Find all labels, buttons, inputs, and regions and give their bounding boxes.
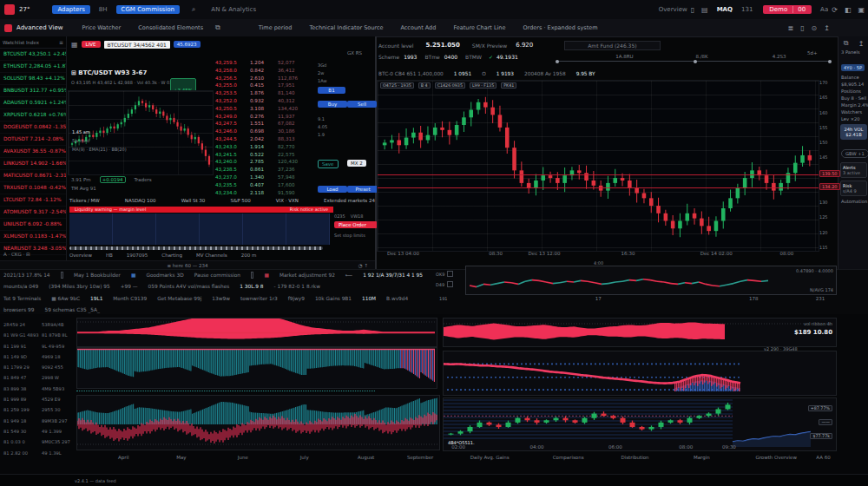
range-slider[interactable]: 1A.8RU8./8K4.2S3 xyxy=(556,61,832,62)
preset-button[interactable]: Preset xyxy=(347,186,378,193)
slider-handle-mid[interactable] xyxy=(694,60,697,63)
status-segment[interactable]: 19L1 xyxy=(90,296,102,301)
status-segment[interactable]: 059 Points A4V vol/mass flashes xyxy=(148,284,230,289)
price-button[interactable]: 45.6923 xyxy=(174,41,201,48)
watchlist-row[interactable]: XRPUSDT 0.6218 +0.76% xyxy=(0,109,66,122)
load-button[interactable]: Load xyxy=(318,186,347,193)
ctl-v2[interactable]: 0400 xyxy=(444,54,457,60)
strip-checkbox-1[interactable] xyxy=(447,271,453,277)
strip-header[interactable]: S&P 500 xyxy=(230,198,250,203)
save-button[interactable]: Save xyxy=(318,160,339,168)
slider-handle-start[interactable] xyxy=(556,60,559,63)
watchlist-row[interactable]: LTCUSDT 72.84 -1.12% xyxy=(0,194,66,207)
upload-icon[interactable]: ↥ xyxy=(858,40,865,48)
orderbook-row[interactable]: 43,240.0 2.785 120,430 xyxy=(215,158,312,166)
chart-chip[interactable]: C1426 0935 xyxy=(435,82,465,89)
status-segment[interactable]: 2021/13 17.8% 14 xyxy=(3,273,50,278)
toolbar-icon[interactable]: ≣ xyxy=(787,24,793,32)
slider-handle-end[interactable] xyxy=(828,60,832,63)
metric-row[interactable]: 81 0.03 0 9M0C35 297 xyxy=(3,437,75,447)
status-segment[interactable]: Goodmarks 3D xyxy=(146,273,183,278)
status-segment[interactable]: Get Metabase 99j xyxy=(157,296,201,301)
fund-box[interactable]: Amt Fund (246.35) xyxy=(564,41,660,50)
live-button[interactable]: LIVE xyxy=(82,41,101,48)
strip-header[interactable]: Extended markets 24 xyxy=(324,198,375,203)
status-segment[interactable]: 1 30L.9 8 xyxy=(240,284,263,289)
metric-row[interactable]: 81 549 30 49 1.399 xyxy=(3,426,75,437)
metric-row[interactable]: 81 199 91 9L 49-959 xyxy=(3,341,75,351)
watchlist-row[interactable]: UNIUSDT 6.092 -0.88% xyxy=(0,219,66,231)
strip-header[interactable]: NASDAQ 100 xyxy=(125,198,156,203)
orderbook-row[interactable]: 43,234.0 2.118 91,590 xyxy=(215,189,312,197)
orderbook-row[interactable]: 43,235.5 0.407 17,600 xyxy=(215,181,312,189)
strip-header[interactable]: Wall St 30 xyxy=(181,198,206,203)
orderbook-row[interactable]: 43,250.5 3.108 134,420 xyxy=(215,105,312,113)
menu-item[interactable]: Account Add xyxy=(400,24,436,31)
status-segment[interactable]: 10k Gains 9B1 xyxy=(315,296,352,301)
watchlist-menu-icon[interactable]: ≡ xyxy=(59,39,63,45)
phone-icon[interactable]: ▯ xyxy=(691,6,694,14)
watchlist-row[interactable]: DOGEUSDT 0.0842 -1.35% xyxy=(0,122,66,134)
footer-tab[interactable]: Overview xyxy=(69,253,92,258)
menu-consolidated[interactable]: Consolidated Elements xyxy=(138,24,203,31)
ctl-l2[interactable]: BTme xyxy=(424,54,439,60)
status-segment[interactable]: (394 Miles 3bry 10w) 95 xyxy=(49,284,109,289)
strip-checkbox-2[interactable] xyxy=(447,281,453,287)
mini-candle-panel-r3[interactable]: 4B4*O5511. +87.77% —— $77.77k xyxy=(443,397,837,451)
watchlist-row[interactable]: AVAXUSDT 36.55 -0.87% xyxy=(0,146,66,158)
menu-item[interactable]: Feature Chart Line xyxy=(453,24,505,31)
status-segment[interactable] xyxy=(251,272,253,279)
toolbar-icon[interactable]: ▯ xyxy=(800,24,804,32)
histogram-panel-l2[interactable] xyxy=(76,347,437,389)
metric-row[interactable]: 81 1799 29 9092 455 xyxy=(3,362,75,372)
copy-icon[interactable]: ⧉ xyxy=(215,23,220,32)
status-segment[interactable]: Month C9139 xyxy=(113,296,147,301)
ctl-v1[interactable]: 1993 xyxy=(404,54,417,60)
menu-item[interactable]: Time period xyxy=(259,24,293,31)
orderbook-row[interactable]: 43,246.0 0.698 30,186 xyxy=(215,128,312,135)
b1-button[interactable]: B1 xyxy=(318,87,345,94)
dual-oscillator-panel-l3[interactable] xyxy=(76,395,440,450)
orderbook-row[interactable]: 43,241.5 0.522 22,575 xyxy=(215,151,312,159)
strip-header[interactable]: VIX · VXN xyxy=(276,198,299,203)
metric-row[interactable]: 81 999 89 4529 E9 xyxy=(3,394,75,404)
winA-status-icons[interactable]: ◔ ↑ xyxy=(358,263,368,268)
footer-tab[interactable]: 200 m xyxy=(241,253,257,258)
place-order-button[interactable]: Place Order xyxy=(334,221,378,228)
volume-button[interactable]: 24h VOL $2.41B xyxy=(840,124,867,140)
metric-row[interactable]: 81 2.82 00 49 1.39L xyxy=(3,448,75,458)
chart-chip[interactable]: O4725 · 1935 xyxy=(380,82,414,89)
menu-item[interactable]: Technical Indicator Source xyxy=(309,24,383,31)
watchlist-row[interactable]: XLMUSDT 0.1183 -1.47% xyxy=(0,231,66,243)
footer-tab[interactable]: HB xyxy=(106,253,113,258)
symbol-input[interactable]: BTCUSDT 34/4562 401 xyxy=(104,41,170,49)
orderbook-row[interactable]: 43,238.5 0.861 37,236 xyxy=(215,166,312,174)
gbw-pill[interactable]: GBW +1 xyxy=(841,149,868,158)
watchlist-row[interactable]: ATOMUSDT 9.317 -2.54% xyxy=(0,207,66,219)
maq-label[interactable]: MAQ xyxy=(717,6,733,13)
sell-button[interactable]: Sell xyxy=(347,101,377,108)
status-segment[interactable]: 1 92 1/A 39/7/31 4 1 95 xyxy=(363,273,423,278)
footer-tab[interactable]: 1907095 xyxy=(127,253,148,258)
watchlist-row[interactable]: MATICUSDT 0.8671 -2.31% xyxy=(0,170,66,182)
commission-button[interactable]: CGM Commission xyxy=(116,5,180,14)
metric-row[interactable]: 81 259 199 2955 30 xyxy=(3,404,75,415)
metric-row[interactable]: 81 949 18 89M3B 297 xyxy=(3,416,75,426)
copy-panel-icon[interactable]: ⧉ xyxy=(844,39,849,48)
range-tag[interactable]: 5d+ xyxy=(807,50,818,56)
status-segment[interactable]: Tot 9 Terminals xyxy=(3,296,41,301)
status-segment[interactable]: 110M xyxy=(362,296,376,301)
orderbook-row[interactable]: 43,253.5 1.876 81,140 xyxy=(215,89,312,97)
status-segment[interactable]: mounts/a 049 xyxy=(3,284,38,289)
refresh-icon[interactable]: ⟳ xyxy=(832,6,838,14)
chart-chip[interactable]: PK41 xyxy=(501,82,516,89)
metric-row[interactable]: 81 149 9D 4969 18 xyxy=(3,351,75,362)
status-segment[interactable]: townwriter 1r3 xyxy=(240,296,278,301)
status-segment[interactable]: 59 schemas C35 _5A_ xyxy=(44,307,99,312)
metric-row[interactable]: 81 849 47 2998 W xyxy=(3,372,75,383)
orderbook-row[interactable]: 43,244.5 2.042 88,313 xyxy=(215,135,312,143)
left-chart-canvas[interactable]: 1.45 am 5w med MA(9) · EMA(21) · BB(20) xyxy=(68,90,214,175)
footer-tab[interactable]: Charting xyxy=(161,253,182,258)
watchlist-row[interactable]: DOTUSDT 7.214 -2.08% xyxy=(0,134,66,146)
watchlist-row[interactable]: ADAUSDT 0.5921 +1.24% xyxy=(0,97,66,109)
